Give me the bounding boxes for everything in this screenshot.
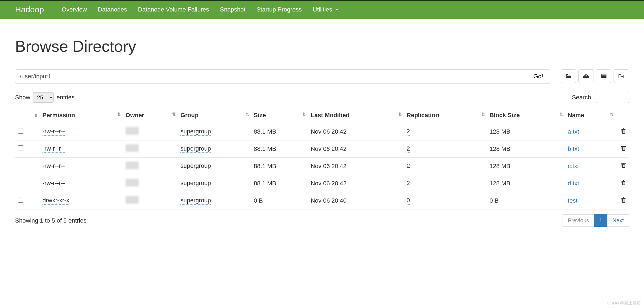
group-value[interactable]: supergroup <box>180 180 211 187</box>
group-value[interactable]: supergroup <box>180 197 211 205</box>
replication-value[interactable]: 2 <box>407 128 410 136</box>
replication-value[interactable]: 2 <box>407 162 410 170</box>
nav-startup[interactable]: Startup Progress <box>251 0 307 19</box>
cut-button[interactable] <box>614 69 629 83</box>
list-button[interactable] <box>596 69 611 83</box>
trash-icon <box>621 197 626 204</box>
col-group[interactable]: Group⇅ <box>178 108 251 123</box>
delete-button[interactable] <box>615 123 629 140</box>
next-page-button[interactable]: Next <box>607 214 629 227</box>
entries-select[interactable]: 102550100 <box>33 92 54 103</box>
nav-overview[interactable]: Overview <box>56 0 92 19</box>
page-1-button[interactable]: 1 <box>594 214 608 227</box>
table-row: -rw-r--r-- supergroup 88.1 MB Nov 06 20:… <box>15 175 629 192</box>
trash-icon <box>621 180 626 187</box>
divider <box>15 61 629 61</box>
size-value: 88.1 MB <box>251 158 308 175</box>
owner-value[interactable] <box>126 179 139 186</box>
nav-utilities[interactable]: Utilities <box>307 0 344 19</box>
size-value: 88.1 MB <box>251 175 308 192</box>
file-link[interactable]: b.txt <box>568 145 579 152</box>
blocksize-value: 0 B <box>487 192 565 209</box>
permission-value[interactable]: -rw-r--r-- <box>42 180 65 187</box>
modified-value: Nov 06 20:42 <box>308 123 404 140</box>
select-all-checkbox[interactable] <box>18 112 23 117</box>
modified-value: Nov 06 20:42 <box>308 158 404 175</box>
search-label: Search: <box>572 94 593 101</box>
nav-datanodes[interactable]: Datanodes <box>92 0 132 19</box>
row-checkbox[interactable] <box>18 128 23 134</box>
table-row: -rw-r--r-- supergroup 88.1 MB Nov 06 20:… <box>15 140 629 158</box>
prev-page-button[interactable]: Previous <box>563 214 594 227</box>
chevron-down-icon <box>336 9 338 11</box>
owner-value[interactable] <box>126 196 139 204</box>
replication-value[interactable]: 0 <box>407 197 410 205</box>
col-name[interactable]: Name⇅ <box>565 108 615 123</box>
row-checkbox[interactable] <box>18 145 23 151</box>
modified-value: Nov 06 20:40 <box>308 192 404 209</box>
col-replication[interactable]: Replication⇅ <box>404 108 487 123</box>
row-checkbox[interactable] <box>18 163 23 168</box>
search-input[interactable] <box>596 92 629 103</box>
permission-value[interactable]: -rw-r--r-- <box>42 145 65 153</box>
col-block-size[interactable]: Block Size⇅ <box>487 108 565 123</box>
permission-value[interactable]: -rw-r--r-- <box>42 128 65 136</box>
col-last-modified[interactable]: Last Modified⇅ <box>308 108 404 123</box>
entries-label: entries <box>56 94 75 101</box>
brand-link[interactable]: Hadoop <box>15 5 44 14</box>
file-link[interactable]: c.txt <box>568 163 579 169</box>
trash-icon <box>621 163 626 170</box>
folder-arrow-icon <box>618 74 624 79</box>
path-input[interactable] <box>15 69 527 84</box>
permission-value[interactable]: drwxr-xr-x <box>42 197 69 205</box>
delete-button[interactable] <box>615 175 629 192</box>
blocksize-value: 128 MB <box>487 158 565 175</box>
folder-open-icon <box>566 74 572 79</box>
col-owner[interactable]: Owner⇅ <box>123 108 178 123</box>
file-table: Permission⇅ Owner⇅ Group⇅ Size⇅ Last Mod… <box>15 108 629 209</box>
group-value[interactable]: supergroup <box>180 128 211 136</box>
size-value: 88.1 MB <box>251 123 308 140</box>
folder-open-button[interactable] <box>561 69 576 83</box>
col-permission[interactable]: Permission⇅ <box>40 108 123 123</box>
nav-snapshot[interactable]: Snapshot <box>214 0 251 19</box>
table-row: -rw-r--r-- supergroup 88.1 MB Nov 06 20:… <box>15 158 629 175</box>
replication-value[interactable]: 2 <box>407 180 410 187</box>
size-value: 88.1 MB <box>251 140 308 158</box>
row-checkbox[interactable] <box>18 180 23 185</box>
upload-button[interactable] <box>578 69 594 83</box>
size-value: 0 B <box>251 192 308 209</box>
file-link[interactable]: a.txt <box>568 128 579 135</box>
table-row: drwxr-xr-x supergroup 0 B Nov 06 20:40 0… <box>15 192 629 209</box>
group-value[interactable]: supergroup <box>180 145 211 153</box>
table-row: -rw-r--r-- supergroup 88.1 MB Nov 06 20:… <box>15 123 629 140</box>
delete-button[interactable] <box>615 192 629 209</box>
file-link[interactable]: d.txt <box>568 180 579 187</box>
modified-value: Nov 06 20:42 <box>308 175 404 192</box>
nav-dvf[interactable]: Datanode Volume Failures <box>132 0 214 19</box>
delete-button[interactable] <box>615 140 629 158</box>
go-button[interactable]: Go! <box>527 69 550 84</box>
owner-value[interactable] <box>126 162 139 169</box>
file-link[interactable]: test <box>568 197 577 204</box>
navbar: Hadoop Overview Datanodes Datanode Volum… <box>0 0 644 19</box>
cloud-upload-icon <box>583 74 589 79</box>
row-checkbox[interactable] <box>18 197 23 203</box>
table-info: Showing 1 to 5 of 5 entries <box>15 217 87 224</box>
trash-icon <box>621 146 626 152</box>
sort-column-header[interactable] <box>29 108 40 123</box>
trash-icon <box>621 128 626 135</box>
show-label: Show <box>15 94 30 101</box>
permission-value[interactable]: -rw-r--r-- <box>42 162 65 170</box>
group-value[interactable]: supergroup <box>180 162 211 170</box>
list-icon <box>601 74 606 78</box>
replication-value[interactable]: 2 <box>407 145 410 153</box>
col-size[interactable]: Size⇅ <box>251 108 308 123</box>
modified-value: Nov 06 20:42 <box>308 140 404 158</box>
owner-value[interactable] <box>126 127 139 135</box>
blocksize-value: 128 MB <box>487 123 565 140</box>
blocksize-value: 128 MB <box>487 175 565 192</box>
page-title: Browse Directory <box>15 37 629 55</box>
delete-button[interactable] <box>615 158 629 175</box>
owner-value[interactable] <box>126 144 139 152</box>
